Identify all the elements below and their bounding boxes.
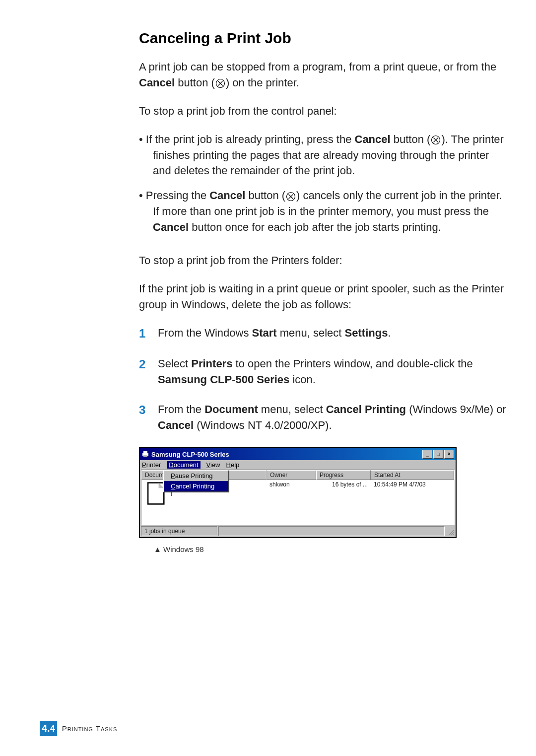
step-span: From the — [158, 403, 204, 415]
col-owner[interactable]: Owner — [267, 470, 316, 480]
intro-paragraph: A print job can be stopped from a progra… — [139, 59, 506, 91]
menu-document[interactable]: Document — [167, 461, 200, 469]
close-button[interactable]: × — [444, 450, 454, 459]
dd-label: ancel Printing — [175, 482, 214, 490]
col-started[interactable]: Started At — [371, 470, 454, 480]
step-bold: Document — [204, 403, 258, 415]
cell-owner: shkwon — [267, 481, 316, 507]
step-item: 3 From the Document menu, select Cancel … — [139, 402, 506, 433]
window-titlebar[interactable]: Samsung CLP-500 Series _ □ × — [140, 448, 456, 460]
step-bold: Samsung CLP-500 Series — [158, 373, 289, 386]
bullet-bold: Cancel — [355, 133, 391, 145]
svg-line-15 — [453, 534, 454, 535]
page-number-box: 4.4 — [40, 721, 57, 736]
bullet-item: • If the print job is already printing, … — [139, 132, 506, 179]
status-bar: 1 jobs in queue — [140, 525, 456, 537]
svg-rect-11 — [143, 455, 147, 457]
step-item: 2 Select Printers to open the Printers w… — [139, 356, 506, 388]
menu-label: iew — [210, 461, 220, 469]
step-bold: Cancel Printing — [326, 403, 406, 415]
footer-label: Printing Tasks — [62, 724, 118, 733]
step-span: (Windows 9x/Me) or — [406, 403, 506, 415]
print-queue-window: Samsung CLP-500 Series _ □ × Printer Doc… — [139, 447, 457, 538]
menu-help[interactable]: Help — [226, 461, 240, 469]
screenshot-caption: ▲ Windows 98 — [154, 545, 506, 553]
document-icon — [144, 500, 171, 507]
section-heading: Canceling a Print Job — [139, 30, 506, 47]
page-footer: 4.4 Printing Tasks — [40, 721, 117, 736]
cancel-icon — [215, 78, 225, 88]
menu-label: elp — [231, 461, 239, 469]
cancel-icon — [431, 135, 441, 145]
step-span: icon. — [289, 373, 316, 386]
intro-cancel-bold: Cancel — [139, 76, 175, 89]
bullet-text: Pressing the — [146, 189, 209, 202]
step-span: to open the Printers window, and double-… — [232, 357, 472, 370]
dd-label: ause Printing — [175, 472, 213, 480]
step-span: (Windows NT 4.0/2000/XP). — [194, 419, 332, 431]
menu-label: rinter — [146, 461, 161, 469]
stop-folder-heading: To stop a print job from the Printers fo… — [139, 253, 506, 269]
intro-text-c: ) on the printer. — [226, 76, 299, 89]
document-dropdown: Pause Printing Cancel Printing — [163, 470, 229, 492]
bullet-text: button ( — [245, 189, 285, 202]
resize-grip[interactable] — [446, 526, 455, 536]
menu-label: ocument — [174, 461, 199, 469]
bullet-text: button ( — [391, 133, 431, 145]
step-span: From the Windows — [158, 327, 252, 339]
step-bold: Start — [252, 327, 277, 339]
section-number: 4. — [42, 723, 50, 734]
step-item: 1 From the Windows Start menu, select Se… — [139, 325, 506, 343]
step-span: menu, select — [277, 327, 345, 339]
maximize-button[interactable]: □ — [433, 450, 443, 459]
bullet-text: button once for each job after the job s… — [189, 221, 441, 233]
window-title: Samsung CLP-500 Series — [151, 451, 422, 458]
minimize-button[interactable]: _ — [422, 450, 432, 459]
bullet-bold: Cancel — [209, 189, 245, 202]
numbered-list: 1 From the Windows Start menu, select Se… — [139, 325, 506, 433]
intro-text-b: button ( — [175, 76, 215, 89]
bullet-list: • If the print job is already printing, … — [139, 132, 506, 235]
status-text: 1 jobs in queue — [141, 526, 217, 536]
cancel-icon — [286, 192, 296, 202]
step-span: Select — [158, 357, 191, 370]
bullet-text: If the print job is already printing, pr… — [146, 133, 355, 145]
stop-panel-heading: To stop a print job from the control pan… — [139, 103, 506, 119]
bullet-bold: Cancel — [153, 221, 189, 233]
step-bold: Settings — [345, 327, 388, 339]
menu-view[interactable]: View — [206, 461, 220, 469]
cell-progress: 16 bytes of ... — [316, 481, 371, 507]
status-spacer — [218, 526, 445, 536]
step-number: 2 — [139, 356, 158, 388]
step-text: Select Printers to open the Printers win… — [158, 356, 506, 388]
page-number: 4 — [50, 724, 55, 734]
bullet-item: • Pressing the Cancel button () cancels … — [139, 188, 506, 235]
step-bold: Cancel — [158, 419, 194, 431]
svg-rect-10 — [143, 451, 147, 453]
menu-bar: Printer Document View Help — [140, 460, 456, 470]
folder-intro: If the print job is waiting in a print q… — [139, 281, 506, 313]
step-bold: Printers — [191, 357, 232, 370]
menu-printer[interactable]: Printer — [142, 461, 161, 469]
menu-pause-printing[interactable]: Pause Printing — [164, 471, 228, 481]
printer-icon — [141, 450, 149, 458]
bullet-marker: • — [139, 133, 146, 145]
cell-started: 10:54:49 PM 4/7/03 — [371, 481, 454, 507]
step-span: . — [388, 327, 391, 339]
step-span: menu, select — [258, 403, 326, 415]
step-number: 1 — [139, 325, 158, 343]
step-number: 3 — [139, 402, 158, 433]
step-text: From the Windows Start menu, select Sett… — [158, 325, 506, 343]
menu-cancel-printing[interactable]: Cancel Printing — [164, 481, 228, 491]
col-progress[interactable]: Progress — [316, 470, 371, 480]
intro-text-a: A print job can be stopped from a progra… — [139, 61, 496, 73]
bullet-marker: • — [139, 189, 146, 202]
step-text: From the Document menu, select Cancel Pr… — [158, 402, 506, 433]
